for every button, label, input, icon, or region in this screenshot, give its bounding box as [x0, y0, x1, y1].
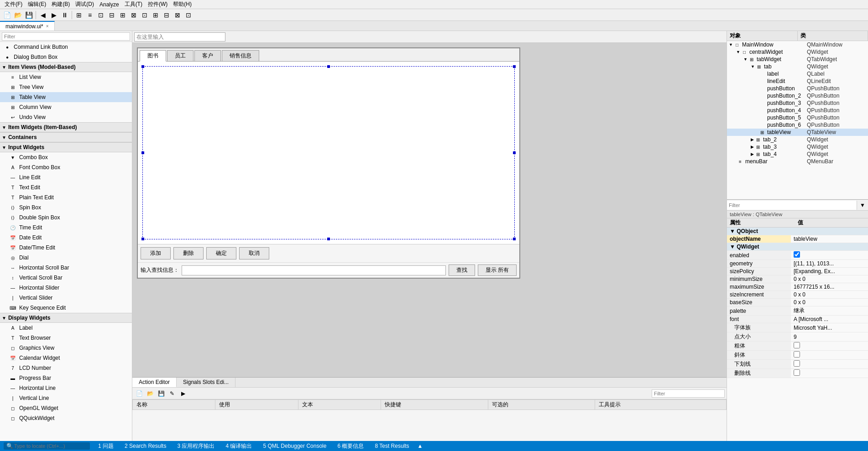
sidebar-item-tree-view[interactable]: ⊞Tree View: [0, 82, 132, 92]
prop-val-cell-minimumSize[interactable]: 0 x 0: [791, 275, 868, 283]
prop-val-cell-点大小[interactable]: 9: [791, 332, 868, 342]
sidebar-category-item-views-header[interactable]: ▼Item Views (Model-Based): [0, 62, 132, 72]
canvas-tab-3[interactable]: 销售信息: [222, 50, 259, 61]
sidebar-item-vertical-scroll-bar[interactable]: ↕Vertical Scroll Bar: [0, 273, 132, 283]
toolbar-btn-4[interactable]: ⊞: [74, 10, 84, 20]
tree-item-pushButton[interactable]: pushButtonQPushButton: [727, 85, 868, 92]
sidebar-item-dialog-button-box[interactable]: ●Dialog Button Box: [0, 52, 132, 62]
prop-val-cell-geometry[interactable]: [(11, 11), 1013...: [791, 260, 868, 268]
status-item-4[interactable]: 4 编译输出: [223, 442, 255, 450]
menu-help[interactable]: 帮助(H): [170, 0, 194, 8]
toolbar-btn-11[interactable]: ⊞: [151, 10, 161, 20]
status-item-2[interactable]: 2 Search Results: [122, 443, 169, 449]
bottom-edit-btn[interactable]: ✎: [167, 389, 177, 399]
prop-val-cell-下划线[interactable]: [791, 360, 868, 369]
search-button[interactable]: 查找: [449, 264, 475, 276]
file-tab[interactable]: mainwindow.ui* ×: [0, 21, 55, 31]
prop-val-cell-sizeIncrement[interactable]: 0 x 0: [791, 291, 868, 299]
toolbar-btn-10[interactable]: ⊡: [140, 10, 150, 20]
toolbar-btn-6[interactable]: ⊡: [96, 10, 106, 20]
prop-checkbox-斜体[interactable]: [794, 351, 800, 358]
sidebar-item-text-edit[interactable]: TText Edit: [0, 182, 132, 192]
menu-debug[interactable]: 调试(D): [73, 0, 97, 8]
sidebar-item-undo-view[interactable]: ↩Undo View: [0, 112, 132, 122]
sidebar-item-calendar-widget[interactable]: 📅Calendar Widget: [0, 353, 132, 363]
toolbar-btn-9[interactable]: ⊠: [129, 10, 139, 20]
sidebar-category-containers-header[interactable]: ▼Containers: [0, 132, 132, 142]
sidebar-category-input-widgets-header[interactable]: ▼Input Widgets: [0, 142, 132, 152]
status-item-5[interactable]: 5 QML Debugger Console: [260, 443, 329, 449]
bottom-play-btn[interactable]: ▶: [178, 389, 188, 399]
menu-file[interactable]: 文件(F): [2, 0, 25, 8]
menu-edit[interactable]: 编辑(E): [25, 0, 49, 8]
prop-val-cell-sizePolicy[interactable]: [Expanding, Ex...: [791, 268, 868, 275]
canvas-tab-2[interactable]: 客户: [194, 50, 221, 61]
sidebar-item-column-view[interactable]: ⊞Column View: [0, 102, 132, 112]
toolbar-btn-14[interactable]: ⊡: [183, 10, 193, 20]
sidebar-item-vertical-line[interactable]: |Vertical Line: [0, 393, 132, 403]
handle-tr[interactable]: [513, 65, 516, 68]
status-item-1[interactable]: 1 问题: [95, 442, 116, 450]
prop-checkbox-下划线[interactable]: [794, 360, 800, 367]
tree-item-tabWidget[interactable]: ▼⊞tabWidgetQTabWidget: [727, 56, 868, 63]
canvas-filter-input[interactable]: [134, 32, 225, 41]
prop-checkbox-enabled[interactable]: [794, 251, 800, 258]
tree-item-menuBar[interactable]: ≡menuBarQMenuBar: [727, 158, 868, 165]
search-input[interactable]: [182, 265, 446, 275]
toolbar-btn-13[interactable]: ⊠: [173, 10, 183, 20]
prop-val-cell-删除线[interactable]: [791, 369, 868, 378]
sidebar-item-graphics-view[interactable]: ◻Graphics View: [0, 343, 132, 353]
bottom-open-btn[interactable]: 📂: [145, 389, 155, 399]
sidebar-item-label[interactable]: ALabel: [0, 323, 132, 333]
tree-item-tab[interactable]: ▼⊞tabQWidget: [727, 63, 868, 70]
canvas-btn-取消[interactable]: 取消: [239, 247, 269, 259]
prop-val-cell-palette[interactable]: 继承: [791, 306, 868, 316]
sidebar-item-combo-box[interactable]: ▼Combo Box: [0, 152, 132, 162]
sidebar-item-table-view[interactable]: ⊞Table View: [0, 92, 132, 102]
locate-input[interactable]: [14, 443, 87, 449]
sidebar-item-vertical-slider[interactable]: |Vertical Slider: [0, 293, 132, 303]
show-all-button[interactable]: 显示 所有: [478, 264, 517, 276]
toolbar-btn-5[interactable]: ≡: [85, 10, 95, 20]
tree-item-tab_2[interactable]: ▶⊞tab_2QWidget: [727, 136, 868, 143]
prop-val-cell-enabled[interactable]: [791, 251, 868, 260]
sidebar-item-horizontal-slider[interactable]: —Horizontal Slider: [0, 283, 132, 293]
handle-br[interactable]: [513, 238, 516, 240]
sidebar-item-opengl-widget[interactable]: ◻OpenGL Widget: [0, 403, 132, 413]
sidebar-category-display-widgets-header[interactable]: ▼Display Widgets: [0, 313, 132, 323]
toolbar-save[interactable]: 💾: [24, 10, 34, 20]
handle-bl[interactable]: [141, 238, 144, 240]
sidebar-item-horizontal-line[interactable]: —Horizontal Line: [0, 383, 132, 393]
sidebar-item-horizontal-scroll-bar[interactable]: ↔Horizontal Scroll Bar: [0, 263, 132, 273]
canvas-btn-删除[interactable]: 删除: [173, 247, 204, 259]
tree-item-label[interactable]: labelQLabel: [727, 70, 868, 78]
sidebar-item-double-spin-box[interactable]: ⟨⟩Double Spin Box: [0, 213, 132, 223]
tree-item-tableView[interactable]: ⊞tableViewQTableView: [727, 129, 868, 136]
sidebar-item-text-browser[interactable]: TText Browser: [0, 333, 132, 343]
menu-tools[interactable]: 工具(T): [122, 0, 145, 8]
tree-item-lineEdit[interactable]: lineEditQLineEdit: [727, 78, 868, 85]
tree-item-pushButton_3[interactable]: pushButton_3QPushButton: [727, 99, 868, 107]
prop-val-cell-objectName[interactable]: tableView: [791, 235, 868, 243]
prop-checkbox-粗体[interactable]: [794, 342, 800, 348]
toolbar-btn-12[interactable]: ⊟: [162, 10, 172, 20]
sidebar-item-time-edit[interactable]: 🕐Time Edit: [0, 223, 132, 233]
tree-item-pushButton_4[interactable]: pushButton_4QPushButton: [727, 107, 868, 114]
prop-val-cell-baseSize[interactable]: 0 x 0: [791, 299, 868, 306]
status-arrow[interactable]: ▲: [418, 443, 423, 449]
prop-val-cell-斜体[interactable]: [791, 351, 868, 360]
canvas-btn-添加[interactable]: 添加: [141, 247, 171, 259]
canvas-btn-确定[interactable]: 确定: [206, 247, 236, 259]
tree-item-pushButton_2[interactable]: pushButton_2QPushButton: [727, 92, 868, 99]
sidebar-item-command-link-button[interactable]: ●Command Link Button: [0, 42, 132, 52]
handle-tl[interactable]: [141, 65, 144, 68]
tree-item-centralWidget[interactable]: ▼□centralWidgetQWidget: [727, 48, 868, 56]
sidebar-item-dial[interactable]: ◎Dial: [0, 253, 132, 263]
handle-ml[interactable]: [141, 151, 144, 154]
tree-item-MainWindow[interactable]: ▼□MainWindowQMainWindow: [727, 41, 868, 48]
canvas-tab-0[interactable]: 图书: [140, 50, 166, 62]
sidebar-item-key-sequence-edit[interactable]: ⌨Key Sequence Edit: [0, 303, 132, 313]
toolbar-btn-7[interactable]: ⊟: [107, 10, 117, 20]
sidebar-category-item-widgets-header[interactable]: ▼Item Widgets (Item-Based): [0, 122, 132, 132]
sidebar-filter-input[interactable]: [2, 32, 130, 41]
